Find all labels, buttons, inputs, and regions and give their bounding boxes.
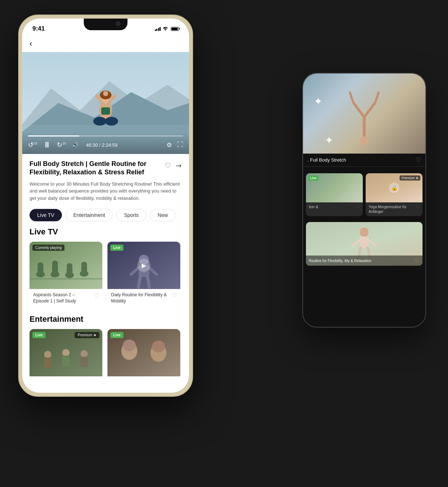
back-hero-title: . Full Body Stretch	[307, 157, 346, 163]
svg-point-37	[81, 262, 87, 268]
status-time: 9:41	[32, 25, 45, 32]
ent-premium-badge-1: Premium ★	[75, 332, 99, 338]
premium-badge-small: Premium ★	[400, 175, 420, 181]
back-card-live[interactable]: Live tion & ♡	[306, 173, 363, 216]
card-aspirants[interactable]: Currenly playing Aspirants Season 2 – Ep…	[30, 242, 102, 307]
video-player: ↺10 ⏸ ↻10 🔊 46:30 / 2:24:59 ⚙ ⛶	[22, 52, 189, 154]
svg-rect-7	[360, 237, 369, 248]
back-card-premium-image: Premium ★ 🔒	[366, 173, 423, 202]
scene: ✦ ✦ . Full Body Stretch ♡ Live tion & ♡	[0, 0, 448, 487]
svg-line-3	[364, 103, 375, 117]
progress-bar[interactable]	[28, 135, 183, 136]
svg-point-51	[80, 350, 88, 357]
progress-fill	[28, 135, 79, 136]
entertainment-cards-row: Live Premium ★	[30, 329, 182, 384]
card-daily-heart-icon[interactable]: ♡	[172, 292, 177, 299]
back-card-live-heart-icon[interactable]: ♡	[356, 205, 360, 210]
svg-rect-27	[38, 267, 43, 275]
svg-point-55	[123, 340, 136, 351]
video-description: Welcome to your 30 Minutes Full Body Str…	[30, 181, 182, 206]
back-card-live-info: tion & ♡	[306, 202, 363, 212]
tab-new[interactable]: New	[150, 209, 176, 221]
card-aspirants-info: Aspirants Season 2 – Episode 1 | Self St…	[30, 289, 102, 307]
nav-bar: ‹	[22, 35, 189, 52]
card-aspirants-title: Aspirants Season 2 – Episode 1 | Self St…	[33, 292, 94, 304]
title-row: Full Body Stretch | Gentle Routine for F…	[30, 160, 182, 177]
card-entertainment-2-spacer	[107, 376, 180, 382]
entertainment-section-title: Entertainment	[30, 314, 182, 324]
svg-point-23	[105, 117, 118, 126]
title-actions: ♡ ↗	[165, 160, 182, 170]
back-card-live-image: Live	[306, 173, 363, 202]
card-entertainment-2[interactable]: Live	[107, 329, 180, 382]
svg-point-31	[52, 261, 58, 266]
svg-rect-30	[52, 265, 58, 275]
svg-line-9	[369, 240, 376, 246]
back-hero-heart-icon[interactable]: ♡	[416, 157, 421, 163]
pause-button[interactable]: ⏸	[43, 140, 51, 150]
entertainment-section: Entertainment	[22, 309, 189, 384]
svg-rect-52	[80, 357, 88, 367]
phone-back: ✦ ✦ . Full Body Stretch ♡ Live tion & ♡	[302, 73, 426, 328]
svg-line-4	[350, 92, 353, 103]
tab-entertainment[interactable]: Entertainment	[66, 209, 113, 221]
phone-screen: 9:41 ‹	[22, 19, 189, 393]
back-card-premium[interactable]: Premium ★ 🔒 Yoga Morgenroutine für Anfän…	[366, 173, 423, 216]
forward-button[interactable]: ↻10	[57, 141, 66, 149]
card-aspirants-heart-icon[interactable]: ♡	[94, 292, 99, 299]
tab-live-tv[interactable]: Live TV	[30, 209, 62, 221]
back-wide-card-wrapper: Routine for Flexibility, ility & Relaxat…	[303, 219, 425, 269]
card-entertainment-1[interactable]: Live Premium ★	[30, 329, 102, 382]
card-daily-title: Daily Routine for Flexibility & Mobility	[111, 292, 172, 304]
phone-notch	[84, 19, 127, 30]
settings-button[interactable]: ⚙	[166, 141, 172, 149]
wifi-icon	[162, 26, 168, 32]
tab-sports[interactable]: Sports	[116, 209, 146, 221]
svg-point-6	[360, 227, 369, 237]
live-badge-small: Live	[308, 175, 318, 181]
back-card-premium-title: Yoga Morgenroutine für Anfänger	[369, 205, 416, 214]
svg-point-21	[103, 91, 108, 96]
card-daily-routine[interactable]: Live ▶ Daily Routine for Flexibility & M…	[107, 242, 180, 307]
ent-live-badge-2: Live	[110, 332, 123, 338]
back-wide-card[interactable]: Routine for Flexibility, ility & Relaxat…	[306, 222, 423, 266]
ent-live-badge-1: Live	[32, 332, 46, 338]
back-button[interactable]: ‹	[30, 39, 32, 48]
card-entertainment-2-thumb: Live	[107, 329, 180, 376]
card-entertainment-1-spacer	[30, 376, 102, 382]
card-daily-thumb: Live ▶	[107, 242, 180, 289]
video-controls: ↺10 ⏸ ↻10 🔊 46:30 / 2:24:59 ⚙ ⛶	[22, 132, 189, 154]
status-icons	[155, 26, 179, 32]
back-hero-image: ✦ ✦	[303, 74, 425, 154]
battery-icon	[171, 27, 179, 31]
rewind-button[interactable]: ↺10	[28, 141, 37, 149]
back-wide-card-heart-icon[interactable]: ♡	[415, 258, 420, 264]
svg-line-8	[353, 240, 360, 246]
svg-point-28	[38, 262, 43, 268]
svg-rect-24	[101, 107, 110, 115]
favorite-button[interactable]: ♡	[165, 161, 171, 170]
svg-rect-33	[67, 268, 72, 276]
category-tabs: Live TV Entertainment Sports New	[22, 209, 189, 227]
play-circle-icon[interactable]: ▶	[137, 259, 150, 272]
video-title: Full Body Stretch | Gentle Routine for F…	[30, 160, 165, 177]
headstand-figure	[342, 81, 386, 154]
back-wide-card-title: Routine for Flexibility, ility & Relaxat…	[309, 259, 372, 263]
volume-button[interactable]: 🔊	[72, 142, 79, 148]
svg-rect-48	[44, 357, 51, 368]
signal-icon	[155, 27, 161, 31]
back-cards-grid: Live tion & ♡ Premium ★ 🔒 Yoga Morgenrou…	[303, 170, 425, 219]
fullscreen-button[interactable]: ⛶	[177, 141, 183, 149]
svg-line-2	[353, 103, 364, 117]
phone-front: 9:41 ‹	[18, 15, 193, 397]
sparkle-icon-2: ✦	[325, 134, 333, 146]
back-card-premium-heart-icon[interactable]: ♡	[416, 205, 420, 210]
svg-point-49	[62, 349, 70, 356]
svg-line-5	[375, 92, 379, 103]
ctrl-right: ⚙ ⛶	[166, 141, 183, 149]
currently-playing-badge: Currenly playing	[32, 245, 64, 251]
lock-icon: 🔒	[389, 183, 399, 193]
meditation-figure	[350, 226, 379, 258]
share-button[interactable]: ↗	[173, 161, 184, 171]
battery-fill	[172, 28, 178, 30]
